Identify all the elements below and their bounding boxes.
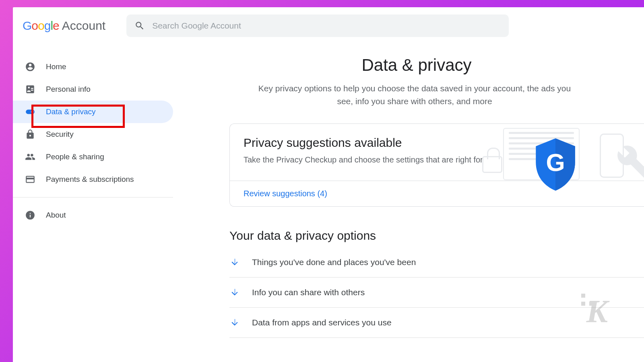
sidebar-item-people-sharing[interactable]: People & sharing <box>13 146 173 168</box>
sidebar-item-label: About <box>46 211 66 220</box>
privacy-illustration: G <box>475 128 644 196</box>
google-account-logo[interactable]: Google Account <box>23 19 105 33</box>
sidebar: Home Personal info Data & privacy Securi… <box>13 44 173 361</box>
arrow-down-icon <box>229 257 240 267</box>
sidebar-item-home[interactable]: Home <box>13 56 173 78</box>
page-subtitle: Key privacy options to help you choose t… <box>250 82 580 107</box>
account-word: Account <box>62 19 105 33</box>
option-label: Things you've done and places you've bee… <box>252 257 416 267</box>
sidebar-item-label: People & sharing <box>46 152 104 161</box>
lock-icon <box>482 156 502 173</box>
top-bar: Google Account <box>13 7 644 44</box>
google-logo-text: Google <box>23 19 59 33</box>
sidebar-item-about[interactable]: About <box>13 204 173 226</box>
search-bar[interactable] <box>126 14 509 37</box>
id-card-icon <box>25 84 35 95</box>
svg-text:G: G <box>546 149 565 176</box>
sidebar-item-label: Home <box>46 62 66 71</box>
main-content: Data & privacy Key privacy options to he… <box>173 44 644 361</box>
sidebar-item-label: Personal info <box>46 85 91 94</box>
annotation-red-box <box>31 105 125 128</box>
shield-g-icon: G <box>533 138 578 191</box>
sidebar-divider <box>13 197 173 197</box>
options-title: Your data & privacy options <box>229 229 644 243</box>
watermark: K <box>586 293 608 330</box>
sidebar-item-label: Payments & subscriptions <box>46 175 134 184</box>
sidebar-item-label: Security <box>46 130 74 139</box>
arrow-down-icon <box>229 287 240 298</box>
search-input[interactable] <box>152 21 501 31</box>
wrench-icon <box>616 144 644 180</box>
info-icon <box>25 210 35 220</box>
sidebar-item-personal-info[interactable]: Personal info <box>13 78 173 101</box>
option-label: Info you can share with others <box>252 288 365 297</box>
search-icon <box>134 21 145 31</box>
page-title: Data & privacy <box>189 56 644 75</box>
people-icon <box>25 152 35 162</box>
arrow-down-icon <box>229 317 240 328</box>
user-circle-icon <box>25 62 35 72</box>
sidebar-item-payments[interactable]: Payments & subscriptions <box>13 168 173 191</box>
credit-card-icon <box>25 174 35 185</box>
option-label: Data from apps and services you use <box>252 318 392 327</box>
lock-icon <box>25 129 35 140</box>
option-row-activity[interactable]: Things you've done and places you've bee… <box>229 255 644 278</box>
data-privacy-options-section: Your data & privacy options Things you'v… <box>229 229 644 338</box>
option-row-apps-data[interactable]: Data from apps and services you use <box>229 308 644 338</box>
privacy-suggestions-card: Privacy suggestions available Take the P… <box>229 123 644 207</box>
review-suggestions-link[interactable]: Review suggestions (4) <box>244 189 327 198</box>
